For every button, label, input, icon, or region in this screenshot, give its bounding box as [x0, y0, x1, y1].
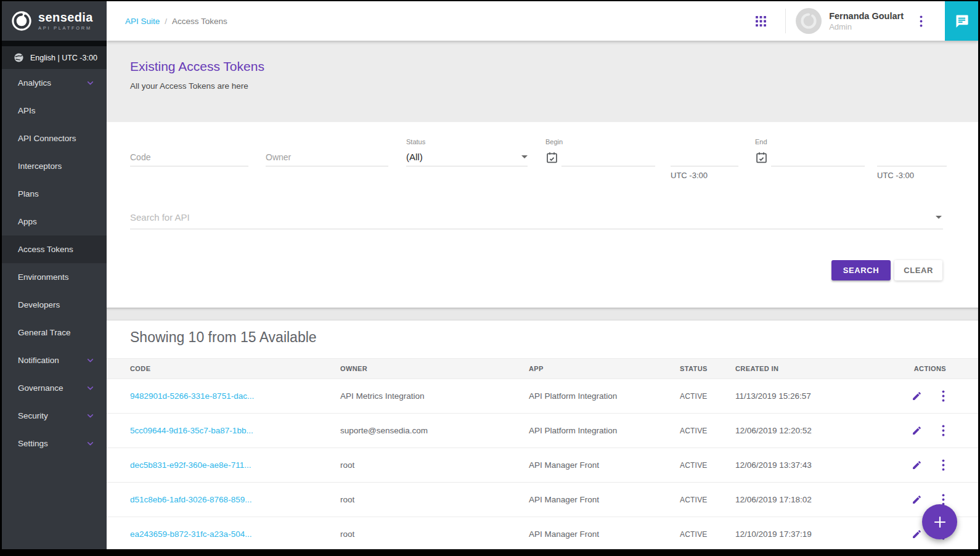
app-cell: API Platform Integration [529, 391, 680, 401]
row-menu-button[interactable] [941, 458, 946, 472]
user-info: Fernanda Goulart Admin [829, 11, 904, 31]
chevron-down-icon [86, 356, 94, 364]
sidebar-item-analytics[interactable]: Analytics [2, 69, 107, 97]
header-divider [785, 9, 786, 33]
sidebar-item-general-trace[interactable]: General Trace [2, 319, 107, 346]
sidebar-item-developers[interactable]: Developers [2, 291, 107, 319]
edit-button[interactable] [910, 459, 923, 472]
row-actions [878, 389, 946, 403]
edit-pencil-icon [912, 460, 922, 470]
row-menu-button[interactable] [941, 423, 946, 438]
breadcrumb-api-suite[interactable]: API Suite [125, 17, 160, 26]
token-code-link[interactable]: dec5b831-e92f-360e-ae8e-711... [130, 460, 340, 470]
sidebar-item-settings[interactable]: Settings [2, 430, 107, 457]
edit-pencil-icon [912, 391, 922, 401]
begin-date-input[interactable] [561, 148, 655, 166]
table-row: 9482901d-5266-331e-8751-dac... API Metri… [107, 379, 978, 414]
sidebar-item-interceptors[interactable]: Interceptors [2, 152, 107, 180]
table-row: ea243659-b872-31fc-a23a-504... root API … [107, 517, 978, 549]
top-bar: API Suite / Access Tokens Fernanda Go [107, 1, 978, 41]
sidebar-item-label: Governance [18, 383, 86, 393]
user-role: Admin [829, 22, 904, 31]
sidebar: sensedia API PLATFORM English | UTC -3:0… [2, 1, 107, 549]
created-in-cell: 11/13/2019 15:26:57 [735, 391, 878, 401]
sidebar-nav: AnalyticsAPIsAPI ConnectorsInterceptorsP… [2, 69, 107, 457]
kebab-menu-icon [942, 494, 945, 505]
token-code-link[interactable]: 5cc09644-9d16-35c7-ba87-1bb... [130, 426, 340, 435]
search-button[interactable]: SEARCH [831, 260, 891, 280]
results-panel: Showing 10 from 15 Available CODEOWNERAP… [107, 321, 978, 549]
sidebar-item-environments[interactable]: Environments [2, 263, 107, 291]
owner-cell: root [340, 495, 529, 504]
language-selector[interactable]: English | UTC -3:00 [2, 46, 107, 69]
edit-button[interactable] [910, 493, 923, 506]
column-header-code: CODE [130, 365, 340, 372]
created-in-cell: 12/06/2019 12:20:52 [735, 426, 878, 435]
results-summary: Showing 10 from 15 Available [130, 329, 978, 346]
sensedia-swirl-icon [10, 9, 33, 33]
status-selected-value: (All) [406, 152, 521, 162]
end-label: End [755, 138, 865, 148]
sidebar-item-api-connectors[interactable]: API Connectors [2, 125, 107, 152]
sidebar-item-notification[interactable]: Notification [2, 346, 107, 374]
api-search-input[interactable] [130, 206, 943, 229]
status-select[interactable]: (All) [406, 148, 528, 166]
sidebar-item-plans[interactable]: Plans [2, 180, 107, 208]
app-cell: API Manager Front [529, 529, 680, 539]
avatar[interactable] [796, 8, 822, 34]
created-in-cell: 12/10/2019 17:37:19 [735, 529, 878, 539]
owner-cell: suporte@sensedia.com [340, 426, 529, 435]
status-badge: ACTIVE [680, 530, 735, 539]
edit-pencil-icon [912, 494, 922, 505]
token-code-link[interactable]: ea243659-b872-31fc-a23a-504... [130, 529, 340, 539]
column-header-created-in: CREATED IN [735, 365, 878, 372]
chat-bubble-icon [953, 13, 970, 30]
begin-time-input[interactable] [671, 148, 738, 166]
brand-subtitle: API PLATFORM [38, 25, 93, 31]
sidebar-item-governance[interactable]: Governance [2, 374, 107, 402]
row-actions [878, 458, 946, 472]
add-access-token-button[interactable] [922, 504, 957, 539]
end-date-input[interactable] [771, 148, 865, 166]
edit-button[interactable] [910, 528, 923, 541]
sidebar-item-label: Apps [18, 217, 94, 226]
created-in-cell: 12/06/2019 17:18:02 [735, 495, 878, 504]
begin-calendar-icon[interactable] [545, 151, 558, 166]
user-menu-kebab-icon[interactable] [920, 15, 923, 27]
sidebar-item-security[interactable]: Security [2, 402, 107, 430]
sidebar-item-apps[interactable]: Apps [2, 208, 107, 235]
status-badge: ACTIVE [680, 496, 735, 504]
clear-button[interactable]: CLEAR [894, 260, 942, 280]
column-header-owner: OWNER [340, 365, 529, 372]
row-actions [878, 423, 946, 438]
sidebar-item-label: Security [18, 411, 86, 420]
api-dropdown-caret-icon [936, 216, 942, 219]
code-input[interactable] [130, 148, 248, 166]
sidebar-item-label: Settings [18, 439, 86, 448]
edit-button[interactable] [910, 390, 923, 403]
edit-pencil-icon [912, 425, 922, 436]
edit-button[interactable] [910, 424, 923, 437]
language-label: English | UTC -3:00 [30, 54, 97, 62]
breadcrumb: API Suite / Access Tokens [125, 17, 227, 26]
feedback-chat-button[interactable] [945, 1, 978, 41]
sidebar-item-apis[interactable]: APIs [2, 97, 107, 125]
sidebar-item-label: Notification [18, 356, 86, 365]
table-row: dec5b831-e92f-360e-ae8e-711... root API … [107, 448, 978, 483]
begin-label: Begin [545, 138, 655, 148]
end-calendar-icon[interactable] [755, 151, 768, 166]
token-code-link[interactable]: 9482901d-5266-331e-8751-dac... [130, 391, 340, 401]
plus-icon [933, 515, 947, 529]
end-time-input[interactable] [877, 148, 947, 166]
owner-cell: API Metrics Integration [340, 391, 529, 401]
dropdown-caret-icon [521, 155, 528, 158]
row-menu-button[interactable] [941, 389, 946, 403]
sidebar-item-label: APIs [18, 106, 94, 115]
owner-input[interactable] [266, 148, 388, 166]
apps-grid-icon[interactable] [755, 15, 767, 27]
brand-logo[interactable]: sensedia API PLATFORM [2, 1, 107, 41]
sidebar-item-access-tokens[interactable]: Access Tokens [2, 235, 107, 263]
chevron-down-icon [86, 439, 94, 448]
token-code-link[interactable]: d51c8eb6-1afd-3026-8768-859... [130, 495, 340, 504]
sidebar-item-label: API Connectors [18, 134, 94, 143]
